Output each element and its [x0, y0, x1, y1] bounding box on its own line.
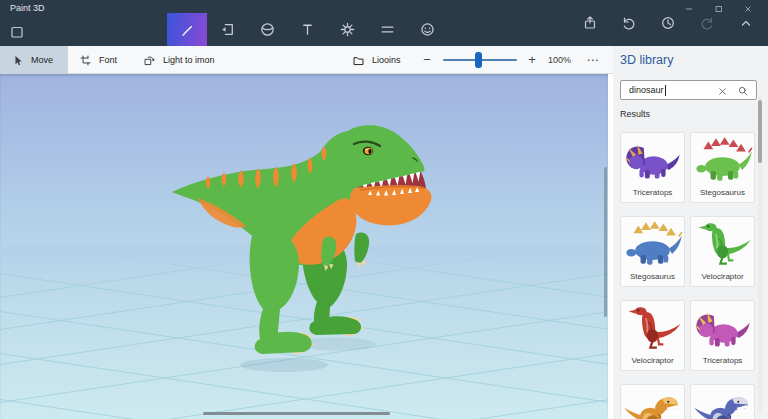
tool-brush-button[interactable]: [167, 13, 207, 46]
tool-shapes-2d-button[interactable]: [207, 13, 247, 46]
option-label: Light to imon: [163, 55, 215, 65]
zoom-slider-thumb[interactable]: [475, 52, 482, 68]
history-icon: [660, 15, 676, 31]
share-button[interactable]: [582, 7, 598, 40]
results-grid: TriceratopsStegosaurusStegosaurusVelocir…: [620, 132, 757, 419]
close-small-icon: [717, 86, 728, 97]
search-input[interactable]: dinosaur: [620, 80, 757, 100]
history-tool-strip: [582, 0, 768, 46]
result-card[interactable]: Stegosaurus: [620, 216, 685, 287]
cursor-icon: [11, 54, 24, 67]
tool-text-button[interactable]: [287, 13, 327, 46]
result-card[interactable]: [690, 384, 755, 419]
3d-library-panel: 3D library dinosaur Results TriceratopsS…: [613, 46, 768, 419]
search-value: dinosaur: [629, 85, 664, 95]
text-caret: [665, 85, 666, 96]
tool-stickers-button[interactable]: [407, 13, 447, 46]
main-tool-strip: [167, 0, 447, 46]
result-label: Velociraptor: [621, 356, 684, 365]
zoom-out-button[interactable]: −: [419, 47, 435, 73]
paint3d-window: Paint 3D MoveFontLight to imon Liooins −…: [0, 0, 768, 419]
folder-icon: [352, 54, 365, 67]
panel-title: 3D library: [620, 53, 674, 67]
brush-icon: [179, 21, 196, 38]
result-card[interactable]: Velociraptor: [690, 216, 755, 287]
zoom-slider[interactable]: [443, 46, 517, 74]
tool-shapes-3d-button[interactable]: [247, 13, 287, 46]
t-rex-thumbnail: [692, 387, 753, 419]
option-label: Move: [31, 55, 53, 65]
share-icon: [582, 15, 598, 31]
trex-model: [172, 125, 431, 354]
result-label: Triceratops: [691, 356, 754, 365]
menu-button[interactable]: [9, 23, 26, 40]
view-mode-button[interactable]: Liooins: [352, 46, 401, 74]
foot-shadow: [240, 358, 328, 372]
shapes-3d-icon: [259, 21, 276, 38]
canvas-icon: [379, 21, 396, 38]
result-label: Velociraptor: [691, 272, 754, 281]
zoom-in-button[interactable]: +: [524, 47, 540, 73]
effects-icon: [339, 21, 356, 38]
crop-icon: [79, 54, 92, 67]
results-label: Results: [620, 109, 650, 119]
result-label: Triceratops: [621, 188, 684, 197]
option-move[interactable]: Move: [0, 46, 68, 74]
t-rex-thumbnail: [622, 387, 683, 419]
result-card[interactable]: Triceratops: [690, 300, 755, 371]
rotate-icon: [143, 54, 156, 67]
Stegosaurus-thumbnail: [692, 135, 753, 183]
more-options-button[interactable]: ⋯: [582, 46, 604, 74]
chevron-up-button[interactable]: [738, 7, 754, 40]
canvas-vertical-scrollbar[interactable]: [604, 167, 607, 317]
history-button[interactable]: [660, 7, 676, 40]
result-label: Stegosaurus: [691, 188, 754, 197]
shapes-2d-icon: [219, 21, 236, 38]
titlebar: Paint 3D: [0, 0, 768, 46]
redo-button[interactable]: [699, 7, 715, 40]
Triceratops-thumbnail: [692, 303, 753, 351]
canvas-viewport[interactable]: [0, 74, 608, 419]
panel-scrollbar-thumb[interactable]: [758, 100, 762, 163]
zoom-level: 100%: [548, 46, 571, 74]
result-card[interactable]: Velociraptor: [620, 300, 685, 371]
tool-canvas-button[interactable]: [367, 13, 407, 46]
Velociraptor-thumbnail: [692, 219, 753, 267]
search-button[interactable]: [737, 85, 749, 97]
menu-icon: [9, 24, 25, 40]
result-label: Stegosaurus: [621, 272, 684, 281]
result-card[interactable]: Stegosaurus: [690, 132, 755, 203]
tool-effects-button[interactable]: [327, 13, 367, 46]
option-font[interactable]: Font: [68, 46, 132, 74]
undo-icon: [621, 15, 637, 31]
option-light-to-imon[interactable]: Light to imon: [132, 46, 230, 74]
stickers-icon: [419, 21, 436, 38]
undo-button[interactable]: [621, 7, 637, 40]
Triceratops-thumbnail: [622, 135, 683, 183]
Velociraptor-thumbnail: [622, 303, 683, 351]
view-mode-label: Liooins: [372, 55, 401, 65]
redo-icon: [699, 15, 715, 31]
panel-scrollbar[interactable]: [758, 96, 762, 414]
clear-search-button[interactable]: [717, 85, 729, 97]
result-card[interactable]: [620, 384, 685, 419]
app-title: Paint 3D: [10, 3, 45, 13]
option-label: Font: [99, 55, 117, 65]
Stegosaurus-thumbnail: [622, 219, 683, 267]
canvas-horizontal-scrollbar[interactable]: [203, 412, 390, 415]
result-card[interactable]: Triceratops: [620, 132, 685, 203]
text-icon: [299, 21, 316, 38]
canvas-scene: [0, 74, 608, 419]
options-toolbar: MoveFontLight to imon Liooins − + 100% ⋯: [0, 46, 613, 74]
folder-icon: [352, 54, 365, 67]
search-icon: [737, 85, 749, 97]
chevron-up-icon: [738, 15, 754, 31]
